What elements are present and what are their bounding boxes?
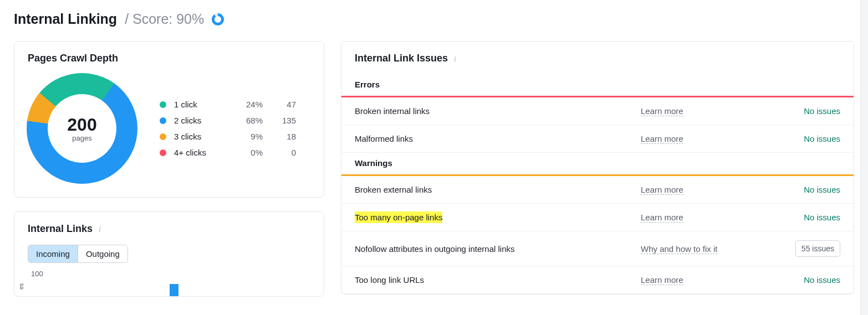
tab-incoming[interactable]: Incoming (28, 245, 78, 262)
issue-name: Too long link URLs (355, 275, 641, 285)
internal-links-chart: es 100 (14, 263, 324, 296)
bar-sample (170, 284, 178, 296)
legend-pct: 24% (229, 100, 263, 109)
errors-header: Errors (341, 74, 854, 97)
crawl-depth-donut[interactable]: 200 pages (27, 73, 137, 184)
legend-row[interactable]: 2 clicks68%135 (160, 112, 312, 128)
tab-outgoing[interactable]: Outgoing (78, 245, 127, 262)
issue-status: No issues (752, 106, 840, 116)
donut-total: 200 (67, 115, 96, 135)
score-donut-icon (212, 13, 224, 25)
crawl-depth-title: Pages Crawl Depth (14, 42, 324, 69)
learn-more-link[interactable]: Learn more (641, 213, 683, 223)
info-icon[interactable]: i (99, 225, 101, 234)
issue-row: Malformed linksLearn moreNo issues (341, 125, 854, 153)
legend-row[interactable]: 1 click24%47 (160, 96, 312, 112)
legend-count: 47 (263, 100, 296, 109)
issue-row: Broken internal linksLearn moreNo issues (341, 97, 854, 125)
legend-dot-icon (160, 149, 166, 156)
issue-name: Nofollow attributes in outgoing internal… (355, 244, 641, 254)
legend-pct: 0% (229, 148, 263, 157)
y-axis-label: es (18, 283, 24, 290)
legend-label: 4+ clicks (174, 148, 229, 157)
legend-dot-icon (160, 133, 166, 140)
issue-status: No issues (752, 213, 840, 222)
learn-more-link[interactable]: Learn more (641, 106, 683, 116)
legend-label: 1 click (174, 100, 229, 109)
issues-title: Internal Link Issues i (341, 42, 854, 74)
crawl-depth-legend: 1 click24%472 clicks68%1353 clicks9%184+… (160, 96, 312, 161)
issue-status: No issues (752, 134, 840, 143)
issues-panel: Internal Link Issues i Errors Broken int… (341, 41, 854, 295)
issue-status: No issues (752, 275, 840, 285)
issue-count-badge[interactable]: 55 issues (795, 240, 840, 257)
donut-unit: pages (72, 134, 91, 142)
y-tick-100: 100 (31, 270, 43, 278)
issue-name: Malformed links (355, 134, 641, 143)
learn-more-link[interactable]: Learn more (641, 134, 683, 144)
issue-status: No issues (752, 185, 840, 194)
issue-name: Broken internal links (355, 106, 641, 116)
issue-name: Broken external links (355, 185, 641, 194)
legend-dot-icon (160, 117, 166, 124)
info-icon[interactable]: i (454, 55, 456, 64)
score-label: / Score: 90% (125, 11, 204, 27)
link-direction-tabs: Incoming Outgoing (28, 245, 128, 263)
issue-row: Nofollow attributes in outgoing internal… (341, 231, 854, 266)
issue-row: Broken external linksLearn moreNo issues (341, 176, 854, 204)
issues-title-text: Internal Link Issues (355, 53, 448, 64)
internal-links-title-text: Internal Links (28, 223, 93, 234)
warnings-header: Warnings (341, 153, 854, 176)
legend-pct: 9% (229, 132, 263, 141)
legend-count: 135 (263, 116, 296, 125)
legend-count: 18 (263, 132, 296, 141)
issue-name: Too many on-page links (355, 213, 641, 222)
legend-count: 0 (263, 148, 296, 157)
internal-links-card: Internal Links i Incoming Outgoing es 10… (14, 211, 324, 297)
page-title: Internal Linking (14, 11, 117, 27)
legend-label: 2 clicks (174, 116, 229, 125)
learn-more-link[interactable]: Learn more (641, 275, 683, 285)
crawl-depth-card: Pages Crawl Depth 200 pages 1 click24%47… (14, 41, 324, 198)
highlight: Too many on-page links (355, 211, 442, 223)
legend-label: 3 clicks (174, 132, 229, 141)
issue-status: 55 issues (752, 240, 840, 257)
why-fix-link[interactable]: Why and how to fix it (641, 244, 717, 254)
page-header: Internal Linking / Score: 90% (14, 11, 854, 27)
legend-pct: 68% (229, 116, 263, 125)
learn-more-link[interactable]: Learn more (641, 185, 683, 195)
internal-links-title: Internal Links i (14, 212, 324, 239)
legend-dot-icon (160, 101, 166, 108)
scrollbar[interactable] (860, 0, 868, 308)
legend-row[interactable]: 4+ clicks0%0 (160, 144, 312, 161)
legend-row[interactable]: 3 clicks9%18 (160, 128, 312, 144)
issue-row: Too long link URLsLearn moreNo issues (341, 266, 854, 294)
issue-row: Too many on-page linksLearn moreNo issue… (341, 204, 854, 231)
